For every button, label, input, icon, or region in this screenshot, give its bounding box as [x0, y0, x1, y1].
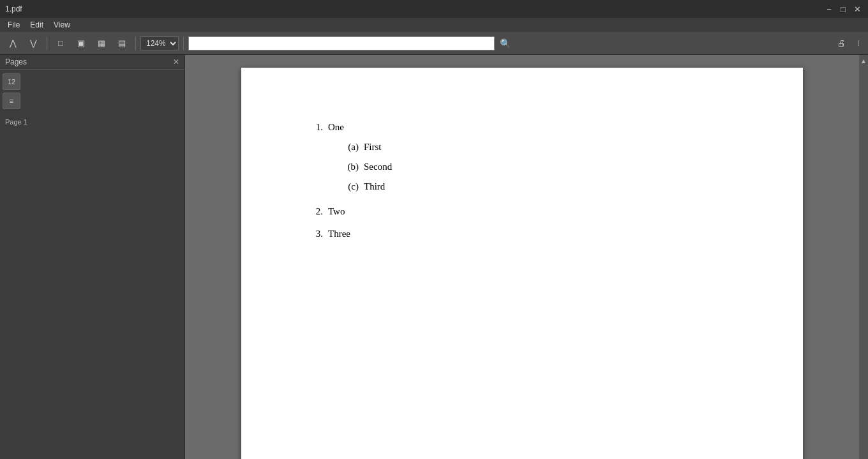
split-button[interactable]: ⁝	[853, 36, 864, 50]
list-text: Two	[328, 203, 345, 220]
pdf-viewer[interactable]: 1. One (a) First (b) Second	[185, 55, 859, 459]
pdf-content: 1. One (a) First (b) Second	[305, 119, 739, 243]
toolbar: ⋀ ⋁ □ ▣ ▦ ▤ 124% 50% 75% 100% 150% 200% …	[0, 32, 868, 55]
menu-bar: File Edit View	[0, 18, 868, 32]
sub-text: Third	[364, 178, 385, 195]
list-text: One	[328, 122, 344, 132]
list-num: 2.	[305, 203, 328, 220]
search-button[interactable]: 🔍	[497, 38, 513, 49]
list-item: (b) Second	[341, 158, 392, 176]
prev-page-button[interactable]: ⋀	[4, 35, 22, 52]
list-item: 3. Three	[305, 225, 739, 243]
list-item: 2. Two	[305, 203, 739, 220]
list-text: Three	[328, 225, 350, 243]
toolbar-right: 🖨 ⁝	[833, 36, 864, 50]
title-bar: 1.pdf − □ ✕	[0, 0, 868, 18]
sub-label: (a)	[341, 139, 364, 156]
print-button[interactable]: 🖨	[833, 36, 850, 50]
sub-list: (a) First (b) Second (c) Third	[341, 139, 392, 195]
list-content: One (a) First (b) Second	[328, 119, 392, 198]
main-list: 1. One (a) First (b) Second	[305, 119, 739, 243]
separator-3	[183, 36, 184, 50]
list-num: 1.	[305, 119, 328, 198]
minimize-button[interactable]: −	[823, 3, 835, 15]
list-item: 1. One (a) First (b) Second	[305, 119, 739, 198]
list-item: (c) Third	[341, 178, 392, 195]
thumbnail-view-button[interactable]: 12	[3, 73, 20, 90]
outline-view-button[interactable]: ≡	[3, 93, 20, 109]
scroll-up-arrow[interactable]: ▲	[859, 56, 868, 66]
sub-text: Second	[364, 158, 392, 176]
sidebar-icons: 12 ≡	[0, 70, 184, 113]
maximize-button[interactable]: □	[837, 3, 849, 15]
sidebar: Pages ✕ 12 ≡ Page 1	[0, 55, 185, 459]
sidebar-title: Pages	[5, 57, 27, 66]
menu-edit[interactable]: Edit	[25, 19, 49, 31]
sub-text: First	[364, 139, 382, 156]
main-area: Pages ✕ 12 ≡ Page 1 1. One	[0, 55, 868, 459]
single-page-button[interactable]: □	[52, 35, 70, 52]
scrollbar[interactable]: ▲	[859, 55, 868, 459]
menu-view[interactable]: View	[49, 19, 75, 31]
list-item: (a) First	[341, 139, 392, 156]
separator-1	[47, 36, 47, 50]
close-button[interactable]: ✕	[851, 3, 863, 15]
list-num: 3.	[305, 225, 328, 243]
two-page-button[interactable]: ▤	[113, 35, 131, 52]
page1-label: Page 1	[5, 118, 179, 126]
pdf-page: 1. One (a) First (b) Second	[241, 68, 803, 459]
fit-page-button[interactable]: ▣	[72, 35, 90, 52]
continuous-button[interactable]: ▦	[93, 35, 110, 52]
page-thumbnail-area: Page 1	[0, 113, 184, 133]
zoom-select[interactable]: 124% 50% 75% 100% 150% 200%	[140, 36, 179, 50]
sub-label: (b)	[341, 158, 364, 176]
sidebar-header: Pages ✕	[0, 55, 184, 70]
menu-file[interactable]: File	[3, 19, 25, 31]
next-page-button[interactable]: ⋁	[24, 35, 42, 52]
app-title: 1.pdf	[5, 4, 22, 13]
sub-label: (c)	[341, 178, 364, 195]
separator-2	[135, 36, 136, 50]
sidebar-close-button[interactable]: ✕	[173, 57, 179, 66]
search-input[interactable]	[188, 36, 495, 50]
